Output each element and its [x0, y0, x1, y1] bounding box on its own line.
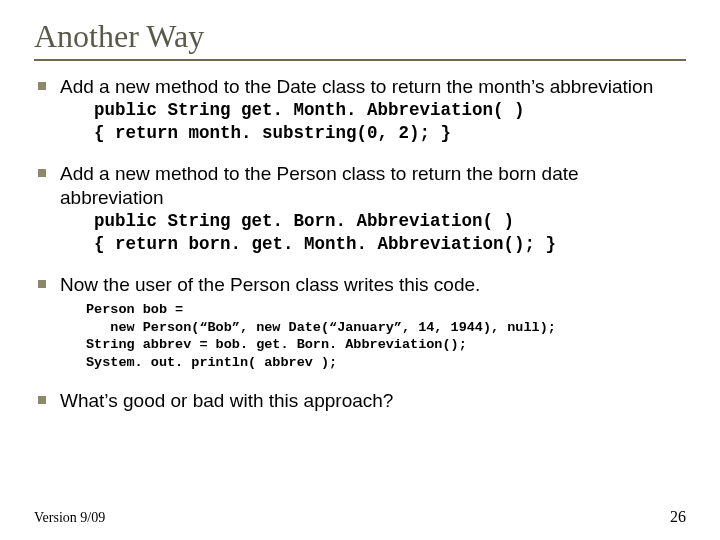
footer: Version 9/09 26 [34, 508, 686, 526]
bullet-item: Now the user of the Person class writes … [34, 273, 686, 371]
bullet-item: Add a new method to the Date class to re… [34, 75, 686, 144]
code-block: public String get. Born. Abbreviation( )… [94, 210, 686, 256]
slide: Another Way Add a new method to the Date… [0, 0, 720, 540]
bullet-text: Now the user of the Person class writes … [60, 274, 480, 295]
bullet-text: Add a new method to the Date class to re… [60, 76, 653, 97]
bullet-list: Add a new method to the Date class to re… [34, 75, 686, 413]
slide-title: Another Way [34, 18, 686, 55]
page-number: 26 [670, 508, 686, 526]
code-block: public String get. Month. Abbreviation( … [94, 99, 686, 145]
title-rule [34, 59, 686, 61]
bullet-item: What’s good or bad with this approach? [34, 389, 686, 413]
version-label: Version 9/09 [34, 510, 105, 526]
bullet-item: Add a new method to the Person class to … [34, 162, 686, 255]
bullet-text: What’s good or bad with this approach? [60, 390, 393, 411]
bullet-text: Add a new method to the Person class to … [60, 163, 579, 208]
code-block: Person bob = new Person(“Bob”, new Date(… [86, 301, 686, 371]
